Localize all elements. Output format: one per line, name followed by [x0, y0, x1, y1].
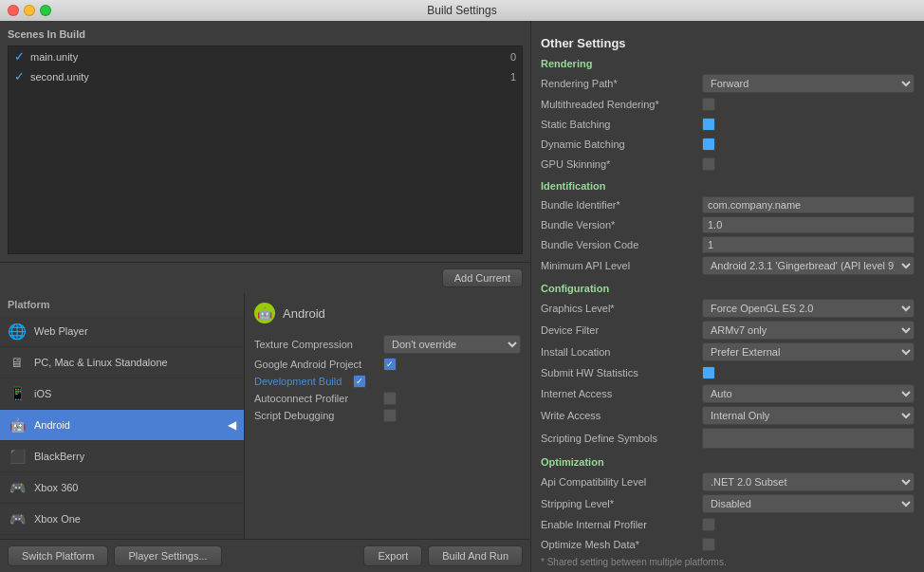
window-title: Build Settings — [427, 4, 496, 17]
min-api-label: Minimum API Level — [541, 260, 702, 271]
bundle-version-input[interactable] — [702, 216, 915, 233]
optimize-mesh-checkbox[interactable] — [702, 538, 715, 551]
scenes-section: Scenes In Build ✓ main.unity 0 ✓ second.… — [0, 21, 530, 263]
api-compat-select[interactable]: .NET 2.0 Subset — [702, 472, 915, 491]
rendering-path-label: Rendering Path* — [541, 78, 702, 89]
graphics-level-label: Graphics Level* — [541, 303, 702, 314]
scene-name-second: second.unity — [30, 71, 510, 83]
scene-num-main: 0 — [510, 51, 516, 63]
dynamic-batching-checkbox[interactable] — [702, 138, 715, 151]
export-button[interactable]: Export — [363, 545, 422, 566]
main-content: Scenes In Build ✓ main.unity 0 ✓ second.… — [0, 21, 924, 572]
right-panel: Other Settings Rendering Rendering Path*… — [531, 21, 924, 572]
multithreaded-checkbox[interactable] — [702, 98, 715, 111]
ios-icon: 📱 — [8, 384, 27, 403]
shared-settings-note: * Shared setting between multiple platfo… — [541, 557, 915, 567]
min-api-select[interactable]: Android 2.3.1 'Gingerbread' (API level 9… — [702, 256, 915, 275]
submit-hw-label: Submit HW Statistics — [541, 367, 702, 378]
scene-num-second: 1 — [510, 71, 516, 83]
texture-compression-label: Texture Compression — [254, 339, 378, 350]
development-build-checkbox[interactable] — [353, 375, 366, 388]
bundle-identifier-input[interactable] — [702, 196, 915, 213]
install-location-select[interactable]: Prefer External — [702, 342, 915, 361]
texture-compression-select[interactable]: Don't override — [383, 335, 521, 354]
platform-item-xboxone[interactable]: 🎮 Xbox One — [0, 504, 244, 535]
android-settings-title: 🤖 Android — [254, 303, 521, 323]
graphics-level-row: Graphics Level* Force OpenGL ES 2.0 — [541, 299, 915, 318]
platform-item-blackberry[interactable]: ⬛ BlackBerry — [0, 441, 244, 472]
platform-item-pc-mac[interactable]: 🖥 PC, Mac & Linux Standalone — [0, 347, 244, 378]
static-batching-checkbox[interactable] — [702, 118, 715, 131]
stripping-level-row: Stripping Level* Disabled — [541, 494, 915, 513]
blackberry-icon: ⬛ — [8, 447, 27, 466]
pc-mac-icon: 🖥 — [8, 353, 27, 372]
bottom-buttons-right: Export Build And Run — [363, 545, 523, 566]
bundle-version-row: Bundle Version* — [541, 216, 915, 233]
android-icon: 🤖 — [8, 415, 27, 434]
window-controls — [8, 5, 51, 16]
dynamic-batching-label: Dynamic Batching — [541, 138, 702, 150]
platform-label-xbox360: Xbox 360 — [34, 482, 78, 493]
optimization-header: Optimization — [541, 456, 915, 468]
texture-compression-row: Texture Compression Don't override — [254, 335, 521, 354]
google-android-row: Google Android Project — [254, 358, 521, 371]
scene-check-second: ✓ — [14, 69, 25, 83]
web-player-icon: 🌐 — [8, 322, 27, 341]
android-settings-icon: 🤖 — [254, 303, 275, 323]
add-current-button[interactable]: Add Current — [442, 268, 523, 287]
multithreaded-label: Multithreaded Rendering* — [541, 99, 702, 110]
maximize-button[interactable] — [40, 5, 51, 16]
static-batching-row: Static Batching — [541, 116, 915, 133]
development-build-row: Development Build — [254, 375, 521, 388]
development-build-label[interactable]: Development Build — [254, 376, 342, 387]
script-debug-checkbox[interactable] — [383, 409, 397, 422]
scripting-symbols-row: Scripting Define Symbols — [541, 428, 915, 449]
internal-profiler-checkbox[interactable] — [702, 518, 715, 531]
scene-check-main: ✓ — [14, 49, 25, 64]
graphics-level-select[interactable]: Force OpenGL ES 2.0 — [702, 299, 915, 318]
player-settings-button[interactable]: Player Settings... — [114, 545, 221, 566]
platform-item-ios[interactable]: 📱 iOS — [0, 378, 244, 410]
platform-section: Platform 🌐 Web Player 🖥 PC, Mac & Linux … — [0, 293, 530, 539]
api-compat-label: Api Compatibility Level — [541, 476, 702, 488]
autoconnect-checkbox[interactable] — [383, 392, 397, 405]
script-debug-label: Script Debugging — [254, 410, 378, 421]
xbox360-icon: 🎮 — [8, 478, 27, 497]
device-filter-row: Device Filter ARMv7 only — [541, 321, 915, 340]
gpu-skinning-row: GPU Skinning* — [541, 156, 915, 173]
scripting-symbols-label: Scripting Define Symbols — [541, 433, 702, 444]
bundle-version-code-input[interactable] — [702, 236, 915, 253]
dynamic-batching-row: Dynamic Batching — [541, 136, 915, 153]
platform-list: Platform 🌐 Web Player 🖥 PC, Mac & Linux … — [0, 293, 245, 539]
scene-item-second[interactable]: ✓ second.unity 1 — [9, 66, 522, 86]
platform-label-android: Android — [34, 419, 70, 431]
gpu-skinning-checkbox[interactable] — [702, 157, 715, 171]
internal-profiler-row: Enable Internal Profiler — [541, 516, 915, 533]
write-access-select[interactable]: Internal Only — [702, 406, 915, 425]
scene-item-main[interactable]: ✓ main.unity 0 — [9, 46, 522, 66]
multithreaded-row: Multithreaded Rendering* — [541, 96, 915, 113]
autoconnect-row: Autoconnect Profiler — [254, 392, 521, 405]
build-and-run-button[interactable]: Build And Run — [428, 545, 523, 566]
bottom-buttons-left: Switch Platform Player Settings... — [8, 545, 222, 566]
scripting-symbols-input[interactable] — [702, 428, 915, 449]
bottom-buttons: Switch Platform Player Settings... Expor… — [0, 539, 530, 572]
internet-access-label: Internet Access — [541, 388, 702, 399]
rendering-path-select[interactable]: Forward — [702, 74, 915, 93]
switch-platform-button[interactable]: Switch Platform — [8, 545, 108, 566]
close-button[interactable] — [8, 5, 19, 16]
internet-access-select[interactable]: Auto — [702, 384, 915, 403]
bundle-version-code-label: Bundle Version Code — [541, 239, 702, 250]
device-filter-select[interactable]: ARMv7 only — [702, 321, 915, 340]
stripping-level-select[interactable]: Disabled — [702, 494, 915, 513]
submit-hw-row: Submit HW Statistics — [541, 364, 915, 381]
platform-header: Platform — [0, 293, 244, 316]
platform-item-xbox360[interactable]: 🎮 Xbox 360 — [0, 472, 244, 504]
google-android-checkbox[interactable] — [383, 358, 397, 371]
optimize-mesh-row: Optimize Mesh Data* — [541, 536, 915, 553]
bundle-identifier-row: Bundle Identifier* — [541, 196, 915, 213]
platform-item-web-player[interactable]: 🌐 Web Player — [0, 316, 244, 347]
platform-item-android[interactable]: 🤖 Android ◀ — [0, 410, 244, 441]
submit-hw-checkbox[interactable] — [702, 366, 715, 379]
minimize-button[interactable] — [24, 5, 35, 16]
